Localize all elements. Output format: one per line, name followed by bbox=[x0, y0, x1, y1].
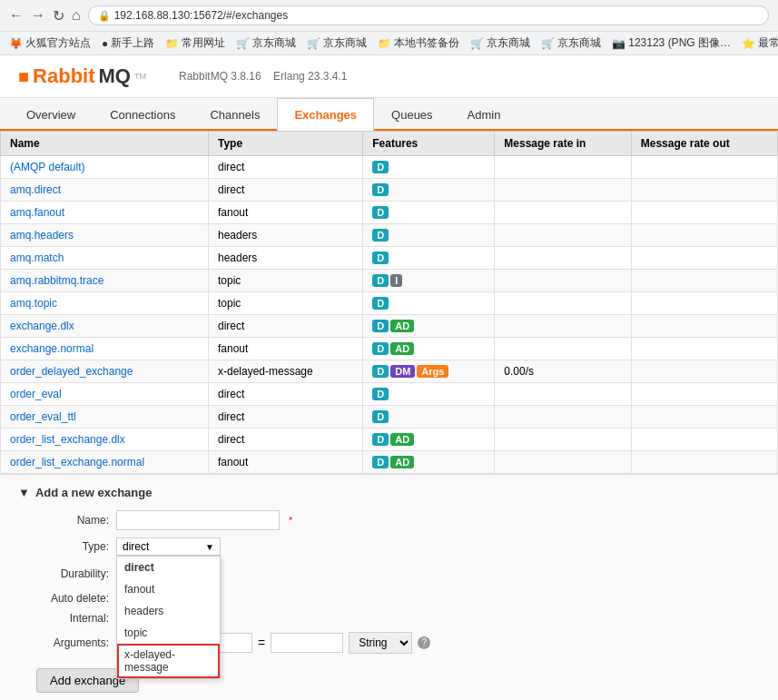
table-row[interactable]: exchange.normalfanoutDAD bbox=[1, 338, 778, 360]
exchange-link[interactable]: amq.topic bbox=[10, 297, 57, 310]
bookmark-9[interactable]: 📷 123123 (PNG 图像… bbox=[612, 35, 731, 51]
bookmark-4[interactable]: 🛒 京东商城 bbox=[236, 35, 296, 51]
badge-i[interactable]: I bbox=[390, 274, 402, 287]
bookmark-2[interactable]: ● 新手上路 bbox=[102, 35, 154, 51]
table-row[interactable]: amq.rabbitmq.tracetopicDI bbox=[1, 270, 778, 292]
exchange-link[interactable]: order_eval bbox=[10, 388, 62, 400]
tab-admin[interactable]: Admin bbox=[450, 98, 518, 131]
address-bar[interactable]: 🔒 192.168.88.130:15672/#/exchanges bbox=[88, 5, 769, 25]
badge-d[interactable]: D bbox=[372, 388, 389, 400]
logo-mq: MQ bbox=[99, 64, 131, 88]
type-option-headers[interactable]: headers bbox=[117, 600, 220, 622]
exchange-link[interactable]: amq.match bbox=[10, 251, 64, 264]
exchange-link[interactable]: amq.rabbitmq.trace bbox=[10, 274, 103, 287]
cell-rate-in bbox=[495, 270, 631, 292]
cell-rate-in bbox=[495, 202, 631, 224]
home-button[interactable]: ⌂ bbox=[72, 7, 81, 24]
type-option-direct[interactable]: direct bbox=[117, 557, 220, 578]
table-row[interactable]: order_list_exchange.dlxdirectDAD bbox=[1, 429, 778, 451]
table-row[interactable]: order_delayed_exchangex-delayed-messageD… bbox=[1, 360, 778, 383]
table-row[interactable]: order_list_exchange.normalfanoutDAD bbox=[1, 451, 778, 474]
cell-type: headers bbox=[209, 247, 363, 270]
back-button[interactable]: ← bbox=[9, 7, 24, 24]
badge-d[interactable]: D bbox=[372, 206, 389, 219]
cell-rate-in bbox=[495, 429, 631, 451]
bookmark-3[interactable]: 📁 常用网址 bbox=[165, 35, 225, 51]
cell-type: x-delayed-message bbox=[209, 360, 363, 383]
type-option-fanout[interactable]: fanout bbox=[117, 578, 220, 600]
browser-toolbar: ← → ↻ ⌂ 🔒 192.168.88.130:15672/#/exchang… bbox=[0, 0, 778, 32]
bookmark-6[interactable]: 📁 本地书签备份 bbox=[378, 35, 459, 51]
badge-d[interactable]: D bbox=[372, 183, 389, 196]
add-exchange-toggle[interactable]: ▼ Add a new exchange bbox=[18, 486, 760, 499]
args-type-select[interactable]: String Number Boolean bbox=[349, 632, 412, 654]
badge-d[interactable]: D bbox=[372, 274, 389, 287]
badge-d[interactable]: D bbox=[372, 342, 389, 355]
bookmark-5[interactable]: 🛒 京东商城 bbox=[307, 35, 367, 51]
badge-ad[interactable]: AD bbox=[390, 456, 414, 468]
name-label: Name: bbox=[18, 514, 109, 527]
badge-ad[interactable]: AD bbox=[390, 433, 414, 446]
bookmark-7[interactable]: 🛒 京东商城 bbox=[470, 35, 530, 51]
badge-d[interactable]: D bbox=[372, 251, 389, 264]
tab-exchanges[interactable]: Exchanges bbox=[277, 98, 374, 131]
table-row[interactable]: order_eval_ttldirectD bbox=[1, 406, 778, 429]
exchange-link[interactable]: amq.fanout bbox=[10, 206, 64, 219]
exchange-link[interactable]: (AMQP default) bbox=[10, 161, 84, 173]
badge-d[interactable]: D bbox=[372, 456, 389, 468]
type-option-x-delayed[interactable]: x-delayed-message bbox=[117, 644, 220, 678]
forward-button[interactable]: → bbox=[31, 7, 45, 24]
cell-features: D bbox=[363, 202, 495, 224]
tab-overview[interactable]: Overview bbox=[9, 98, 93, 131]
badge-d[interactable]: D bbox=[372, 433, 389, 446]
table-row[interactable]: amq.fanoutfanoutD bbox=[1, 202, 778, 224]
bookmark-1[interactable]: 🦊 火狐官方站点 bbox=[9, 35, 91, 51]
badge-d[interactable]: D bbox=[372, 410, 389, 423]
type-dropdown-container: direct ▼ direct fanout headers topic x-d… bbox=[116, 537, 221, 556]
tab-queues[interactable]: Queues bbox=[374, 98, 450, 131]
args-help-icon[interactable]: ? bbox=[418, 636, 430, 649]
col-features: Features bbox=[363, 132, 495, 156]
exchange-link[interactable]: exchange.dlx bbox=[10, 320, 74, 332]
badge-dm[interactable]: DM bbox=[390, 365, 415, 378]
exchange-link[interactable]: exchange.normal bbox=[10, 342, 94, 355]
badge-d[interactable]: D bbox=[372, 161, 389, 173]
table-row[interactable]: (AMQP default)directD bbox=[1, 156, 778, 179]
badge-args[interactable]: Args bbox=[417, 365, 448, 378]
table-row[interactable]: amq.topictopicD bbox=[1, 292, 778, 315]
cell-name: amq.fanout bbox=[1, 202, 209, 224]
table-row[interactable]: exchange.dlxdirectDAD bbox=[1, 315, 778, 338]
badge-d[interactable]: D bbox=[372, 229, 389, 242]
args-value-input[interactable] bbox=[271, 633, 343, 653]
badge-ad[interactable]: AD bbox=[390, 320, 414, 332]
tab-channels[interactable]: Channels bbox=[192, 98, 277, 131]
type-row: Type: direct ▼ direct fanout headers top… bbox=[18, 537, 760, 556]
exchange-link[interactable]: order_list_exchange.normal bbox=[10, 456, 144, 468]
table-row[interactable]: order_evaldirectD bbox=[1, 383, 778, 406]
name-input[interactable] bbox=[116, 510, 280, 530]
version-text: RabbitMQ 3.8.16 Erlang 23.3.4.1 bbox=[179, 70, 347, 83]
exchange-link[interactable]: amq.direct bbox=[10, 183, 61, 196]
type-select[interactable]: direct ▼ bbox=[116, 537, 221, 556]
bookmark-8[interactable]: 🛒 京东商城 bbox=[541, 35, 601, 51]
table-row[interactable]: amq.directdirectD bbox=[1, 179, 778, 202]
bookmark-10[interactable]: ⭐ 最常访问 bbox=[742, 35, 778, 51]
autodelete-label: Auto delete: bbox=[18, 592, 109, 605]
table-row[interactable]: amq.matchheadersD bbox=[1, 247, 778, 270]
cell-features: D bbox=[363, 247, 495, 270]
exchange-link[interactable]: order_list_exchange.dlx bbox=[10, 433, 125, 446]
type-option-topic[interactable]: topic bbox=[117, 622, 220, 644]
exchange-link[interactable]: amq.headers bbox=[10, 229, 74, 242]
cell-features: D bbox=[363, 383, 495, 406]
cell-name: order_eval_ttl bbox=[1, 406, 209, 429]
exchange-link[interactable]: order_delayed_exchange bbox=[10, 365, 133, 378]
tab-connections[interactable]: Connections bbox=[93, 98, 192, 131]
badge-d[interactable]: D bbox=[372, 365, 389, 378]
badge-d[interactable]: D bbox=[372, 297, 389, 310]
badge-d[interactable]: D bbox=[372, 320, 389, 332]
reload-button[interactable]: ↻ bbox=[53, 7, 64, 25]
table-row[interactable]: amq.headersheadersD bbox=[1, 224, 778, 247]
bookmarks-bar: 🦊 火狐官方站点 ● 新手上路 📁 常用网址 🛒 京东商城 🛒 京东商城 📁 本… bbox=[0, 32, 778, 55]
badge-ad[interactable]: AD bbox=[390, 342, 414, 355]
exchange-link[interactable]: order_eval_ttl bbox=[10, 410, 76, 423]
